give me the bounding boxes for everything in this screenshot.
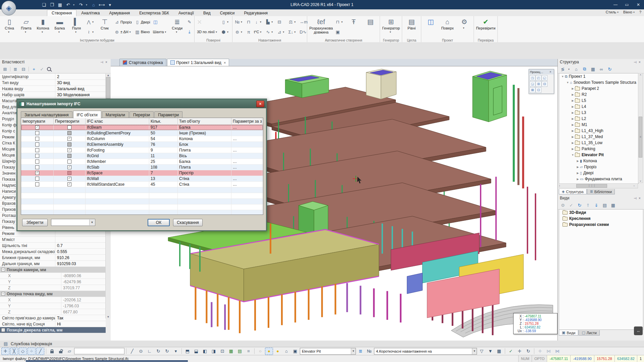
expand-icon[interactable]: ▶ — [571, 105, 575, 108]
structure-tab-Бібліотеки[interactable]: ≣Бібліотеки — [587, 189, 615, 194]
light-off-toggle[interactable]: ○ — [256, 348, 264, 355]
property-value[interactable]: 0.555 — [55, 249, 106, 254]
tree-item-L3[interactable]: ▶L3 — [559, 110, 638, 116]
projection-button-3[interactable]: ◱ — [542, 75, 547, 81]
move-copy-button[interactable]: ✛ — [536, 348, 544, 355]
close-panel-icon[interactable]: × — [104, 60, 109, 64]
import[interactable] — [21, 130, 54, 136]
property-group-row[interactable]: −Опорна точка виду, мм — [0, 291, 106, 297]
object-type-cell[interactable]: Балка — [178, 125, 231, 130]
ifc-class-row[interactable]: IfcGrid11Вісь — [21, 153, 263, 159]
unlock-workplane-toggle[interactable] — [57, 348, 65, 355]
tree-item-L5[interactable]: ▶L5 — [559, 98, 638, 104]
mirror-copy-button[interactable]: ⋈ — [553, 348, 561, 355]
ribbon-tab-Анотації[interactable]: Анотації — [174, 10, 199, 16]
move-down-icon[interactable]: ⇓ — [593, 203, 599, 208]
tree-item-Двері[interactable]: ▶▯Двері — [559, 170, 638, 176]
tree-item-Elevator Pit[interactable]: ▼Elevator Pit — [559, 152, 638, 158]
property-value[interactable]: 2 — [55, 74, 106, 79]
import[interactable] — [21, 159, 54, 164]
column-header[interactable]: Параметри за з… — [231, 118, 262, 124]
filter-loads-button[interactable]: ▽ — [478, 348, 486, 355]
move-up-icon[interactable]: ⇑ — [585, 203, 591, 208]
property-row[interactable]: Y-1796.03 — [0, 303, 106, 309]
import-checkbox[interactable] — [35, 148, 39, 152]
view-box-right-button[interactable]: ◨ — [210, 348, 218, 355]
storey-combobox[interactable]: Elevator Pit▼ — [300, 348, 356, 355]
property-row[interactable]: Набір шарів3D Моделювання — [0, 92, 106, 98]
ribbon-tab-Експертиза ЗБК[interactable]: Експертиза ЗБК — [135, 10, 174, 16]
help-menu[interactable]: ? — [639, 10, 641, 14]
convert-checkbox[interactable] — [67, 142, 71, 146]
close-button[interactable]: ✕ — [633, 0, 644, 9]
opening-button[interactable]: ⊿Проріз — [113, 18, 133, 25]
parameters-cell[interactable] — [231, 153, 262, 159]
object-type-cell[interactable]: Колона — [178, 136, 231, 141]
mirror-button[interactable]: ⋈ — [545, 348, 553, 355]
convert-checkbox[interactable] — [67, 131, 71, 135]
settings-preset-combobox[interactable]: ▼ — [51, 219, 95, 226]
import-checkbox[interactable] — [35, 131, 39, 135]
property-group-row[interactable]: −Позиція джерела світла, мм — [0, 327, 106, 333]
object-type-cell[interactable]: Інше (Призма) — [178, 130, 231, 136]
property-row[interactable]: Щільність тіні0.7 — [0, 243, 106, 249]
refresh-icon[interactable]: ↻ — [607, 67, 613, 72]
convert[interactable] — [54, 142, 86, 147]
service-info-bar[interactable]: ▤ Службова інформація — [0, 341, 644, 347]
expand-icon[interactable]: ▶ — [571, 117, 575, 120]
spline-button[interactable]: ✎ — [186, 18, 193, 25]
ifc-class-row[interactable]: IfcElementAssembly76Блок — [21, 142, 263, 147]
load-contour-button[interactable]: ⊜▾ — [234, 28, 245, 36]
ifc-class-row[interactable]: IfcWallStandardCase45Стіна… — [21, 182, 263, 187]
panel-collapse-handle[interactable]: ⇔ — [634, 326, 643, 335]
import[interactable] — [21, 153, 54, 159]
convert-checkbox[interactable] — [67, 154, 71, 158]
expand-icon[interactable]: ▶ — [576, 160, 580, 163]
projection-button-5[interactable]: ⊞ — [536, 81, 541, 87]
tree-item-R2[interactable]: ▶R2 — [559, 92, 638, 98]
import[interactable] — [21, 136, 54, 141]
import[interactable] — [21, 165, 54, 170]
style-menu[interactable]: Стиль▾ — [606, 10, 620, 14]
expand-icon[interactable]: ▶ — [571, 129, 575, 132]
tree-item-Parapet 2[interactable]: ▶Parapet 2 — [559, 85, 638, 92]
storey-button[interactable]: ⌂Поверх — [439, 17, 455, 37]
storey-combobox-arrow-icon[interactable]: ▼ — [351, 348, 356, 354]
fragment-button[interactable]: ▣ — [334, 28, 345, 36]
stepped-load-button[interactable]: ▙▾ — [264, 18, 275, 25]
pin-icon[interactable]: ⊤ — [100, 60, 104, 64]
view-box-top-button[interactable]: ⬒ — [183, 348, 192, 355]
binoculars-icon[interactable]: ∞ — [598, 67, 604, 72]
convert-checkbox[interactable] — [67, 182, 71, 186]
dynamics-module-button[interactable]: D∿ — [299, 28, 306, 36]
customize-quick-access-icon[interactable]: ▾ — [107, 1, 113, 8]
tree-item-Проріз[interactable]: ▶▱Проріз — [559, 164, 638, 170]
views-tab-Листи[interactable]: ▢Листи — [579, 330, 599, 336]
window-menu[interactable]: Вікно▾ — [623, 10, 636, 14]
property-row[interactable]: Z37019.77 — [0, 285, 106, 291]
hide-empty-icon[interactable]: ⊟ — [20, 67, 26, 72]
close-tab-icon[interactable]: × — [224, 61, 226, 65]
redo-dropdown-icon[interactable]: ▾ — [86, 3, 89, 6]
surface-tool-button[interactable]: ⤬ — [196, 18, 219, 25]
view-box-iso-button[interactable]: ⊡ — [218, 348, 226, 355]
column-header[interactable]: Тип об'єкту — [178, 118, 231, 124]
loadcase-combobox[interactable]: 4.Короткочасні навантаження на▼ — [374, 348, 477, 355]
3d-by-line-button[interactable]: 3D по лінії▾ — [196, 28, 219, 36]
drop-to-base-button[interactable]: ⤓ — [186, 28, 193, 36]
ortho-toggle[interactable]: ∟ — [146, 348, 154, 355]
property-value[interactable]: 0.7 — [55, 243, 106, 248]
convert-checkbox[interactable] — [67, 165, 71, 169]
hatch-alt-button[interactable]: ▤ — [236, 348, 244, 355]
ifc-class-row[interactable]: IfcSpace7Простір — [21, 170, 263, 176]
collapse-icon[interactable]: ▼ — [560, 75, 565, 78]
convert[interactable] — [54, 136, 86, 141]
undo-dropdown-icon[interactable]: ▾ — [73, 3, 76, 6]
spring-button[interactable]: ≀▾ — [85, 28, 96, 36]
tree-item-Колона[interactable]: ▶▮Колона — [559, 158, 638, 164]
publish-model-icon[interactable]: ⌂ — [91, 1, 97, 8]
import-checkbox[interactable] — [35, 125, 39, 129]
generator-button[interactable]: ⊞Генератор▾ — [381, 17, 400, 37]
expand-icon[interactable]: ▶ — [576, 166, 580, 169]
object-type-cell[interactable]: Блок — [178, 142, 231, 147]
